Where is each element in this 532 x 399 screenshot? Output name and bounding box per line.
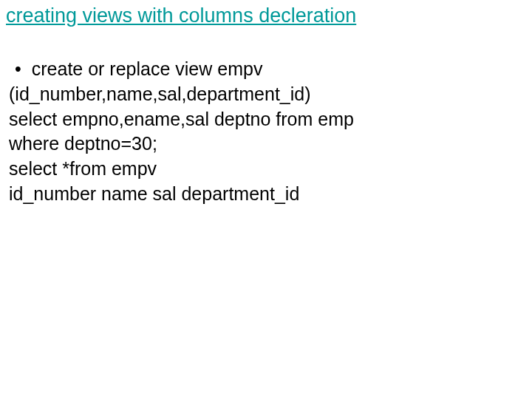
slide-title: creating views with columns decleration [6,4,526,27]
slide-container: creating views with columns decleration … [0,0,532,211]
body-line-3: select empno,ename,sal deptno from emp [9,107,526,132]
body-line-2: (id_number,name,sal,department_id) [9,82,526,107]
slide-body: • create or replace view empv (id_number… [6,57,526,207]
body-line-4: where deptno=30; [9,132,526,157]
body-line-5: select *from empv [9,157,526,182]
bullet-line: • create or replace view empv [6,57,526,82]
body-line-6: id_number name sal department_id [9,182,526,207]
bullet-symbol: • [15,57,21,82]
body-line-1: create or replace view empv [32,57,263,82]
